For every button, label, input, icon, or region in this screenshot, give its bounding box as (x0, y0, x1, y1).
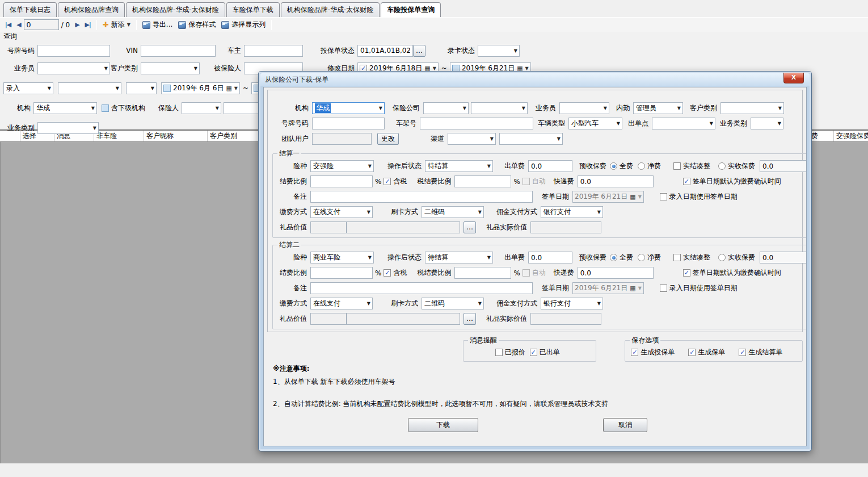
commission-method-select[interactable]: 银行支付▼ (541, 298, 603, 309)
entry-type-select[interactable]: 录入▼ (3, 82, 53, 94)
date-enabled-checkbox[interactable] (163, 85, 171, 92)
rate-input[interactable] (310, 267, 373, 279)
dialog-titlebar[interactable]: 从保险公司下载-保单 (260, 73, 810, 86)
pay-method-select[interactable]: 在线支付▼ (310, 206, 373, 218)
fee-input[interactable] (528, 252, 572, 263)
round-checkbox[interactable] (673, 254, 681, 261)
prev-page-button[interactable]: ◀ (14, 20, 23, 30)
channel-select-1[interactable]: ▼ (448, 133, 496, 145)
org-select[interactable]: 华成▼ (33, 102, 97, 114)
proposal-status-ellipsis-button[interactable]: … (413, 45, 425, 57)
default-time-checkbox[interactable] (683, 178, 690, 185)
fee-input[interactable] (528, 160, 572, 172)
tab-org-brand-huacheng-2[interactable]: 机构保险品牌-华成-太保财险 (281, 2, 380, 17)
page-number-input[interactable] (24, 19, 59, 30)
change-button[interactable]: 更改 (377, 133, 399, 145)
biz-type-select[interactable]: ▼ (37, 122, 99, 134)
use-sign-date-checkbox[interactable] (660, 284, 667, 292)
full-premium-radio[interactable] (610, 254, 617, 261)
tax-included-checkbox[interactable] (384, 269, 391, 277)
biz-type-select[interactable]: ▼ (751, 118, 783, 129)
tab-org-brand-huacheng-1[interactable]: 机构保险品牌-华成-太保财险 (126, 2, 225, 17)
select-columns-button[interactable]: 选择显示列 (218, 19, 268, 31)
entry-select-3[interactable]: ▼ (126, 82, 157, 94)
net-premium-radio[interactable] (638, 162, 645, 170)
risk-select[interactable]: 交强险▼ (310, 160, 374, 172)
use-sign-date-checkbox[interactable] (660, 193, 667, 200)
actual-premium-input[interactable] (760, 252, 807, 263)
quoted-checkbox[interactable] (495, 349, 503, 356)
export-button[interactable]: 导出... (140, 19, 175, 31)
gen-proposal-checkbox[interactable] (631, 349, 638, 356)
percent-label: % (513, 269, 520, 277)
vin-input[interactable] (141, 45, 216, 57)
issued-checkbox[interactable] (530, 349, 537, 356)
risk-select[interactable]: 商业车险▼ (310, 252, 374, 263)
express-input[interactable] (578, 267, 654, 279)
outlet-select[interactable]: ▼ (652, 118, 715, 129)
last-page-button[interactable]: ▶| (82, 20, 94, 30)
org-select[interactable]: 华成▼ (312, 102, 385, 114)
insurer-select[interactable]: ▼ (182, 102, 221, 114)
op-status-select[interactable]: 待结算▼ (425, 160, 493, 172)
include-sub-checkbox[interactable] (102, 104, 109, 112)
tab-policy-download-log[interactable]: 保单下载日志 (3, 2, 57, 17)
round-checkbox[interactable] (673, 162, 681, 170)
actual-premium-radio[interactable] (718, 254, 726, 261)
salesman-select[interactable]: ▼ (37, 62, 110, 74)
card-method-select[interactable]: 二维码▼ (422, 206, 484, 218)
full-premium-radio[interactable] (610, 162, 617, 170)
card-status-select[interactable]: ▼ (478, 45, 520, 57)
owner-input[interactable] (244, 45, 303, 57)
salesman-select[interactable]: ▼ (559, 102, 609, 114)
notes-block: ※注意事项: 1、从保单下载 新车下载必须使用车架号 2、自动计算结费比例: 当… (273, 364, 803, 409)
entry-date-from[interactable]: 2019年 6月 6日 ▦ ▼ (161, 82, 240, 94)
dropdown-arrow-icon: ▼ (677, 106, 681, 111)
tab-org-brand-query[interactable]: 机构保险品牌查询 (58, 2, 125, 17)
add-button[interactable]: ✚ 新添 ▼ (100, 19, 133, 31)
close-button[interactable]: X (783, 73, 804, 83)
next-page-button[interactable]: ▶ (72, 20, 82, 30)
remark-input[interactable] (310, 191, 533, 203)
company-select-2[interactable]: ▼ (471, 102, 528, 114)
net-premium-radio[interactable] (638, 254, 645, 261)
tab-vehicle-policy-download[interactable]: 车险保单下载 (226, 2, 280, 17)
card-method-select[interactable]: 二维码▼ (422, 298, 484, 309)
tab-vehicle-proposal-query[interactable]: 车险投保单查询 (381, 2, 441, 17)
channel-select-2[interactable]: ▼ (499, 133, 563, 145)
gen-policy-checkbox[interactable] (688, 349, 696, 356)
plate-input[interactable] (37, 45, 110, 57)
cust-type-select[interactable]: ▼ (720, 102, 784, 114)
commission-method-select[interactable]: 银行支付▼ (541, 206, 603, 218)
close-icon: X (791, 74, 796, 81)
express-label: 快递费 (550, 268, 578, 278)
default-time-checkbox[interactable] (683, 269, 690, 277)
vehicle-type-select[interactable]: 小型汽车▼ (568, 118, 622, 129)
staff-select[interactable]: 管理员▼ (633, 102, 683, 114)
express-input[interactable] (578, 175, 654, 187)
frame-input[interactable] (420, 118, 533, 129)
entry-select-2[interactable]: ▼ (58, 82, 121, 94)
gen-settlement-checkbox[interactable] (739, 349, 746, 356)
remark-input[interactable] (310, 282, 533, 294)
query-title: 查询 (3, 32, 17, 41)
save-style-button[interactable]: 保存样式 (175, 19, 218, 31)
download-button[interactable]: 下载 (408, 418, 478, 432)
pay-method-select[interactable]: 在线支付▼ (310, 298, 373, 309)
actual-premium-radio[interactable] (718, 162, 726, 170)
cancel-button[interactable]: 取消 (603, 418, 647, 432)
cust-type-select[interactable]: ▼ (141, 62, 200, 74)
tax-rate-input[interactable] (454, 175, 511, 187)
gift-ellipsis-button[interactable]: … (464, 221, 476, 233)
first-page-button[interactable]: |◀ (2, 20, 14, 30)
rate-input[interactable] (310, 175, 373, 187)
company-select-1[interactable]: ▼ (423, 102, 469, 114)
percent-label: % (375, 269, 381, 277)
op-status-select[interactable]: 待结算▼ (425, 252, 493, 263)
tax-included-checkbox[interactable] (384, 178, 391, 185)
tax-rate-input[interactable] (454, 267, 511, 279)
actual-premium-input[interactable] (760, 160, 807, 172)
proposal-status-input[interactable] (357, 45, 413, 57)
plate-input[interactable] (312, 118, 385, 129)
gift-ellipsis-button[interactable]: … (464, 313, 476, 325)
